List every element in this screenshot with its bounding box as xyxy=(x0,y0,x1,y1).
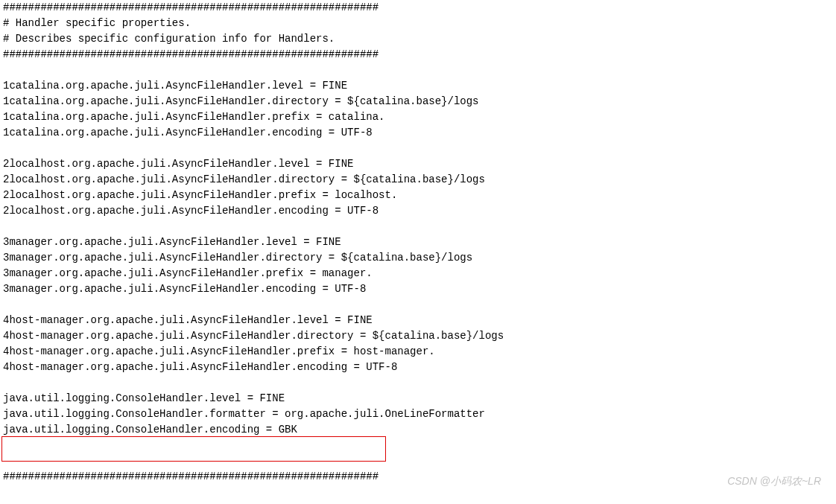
code-line: 1catalina.org.apache.juli.AsyncFileHandl… xyxy=(3,80,347,92)
code-line: 4host-manager.org.apache.juli.AsyncFileH… xyxy=(3,314,373,326)
code-line: 1catalina.org.apache.juli.AsyncFileHandl… xyxy=(3,111,384,123)
code-line: 2localhost.org.apache.juli.AsyncFileHand… xyxy=(3,205,379,217)
code-line: 4host-manager.org.apache.juli.AsyncFileH… xyxy=(3,345,435,357)
code-line: java.util.logging.ConsoleHandler.encodin… xyxy=(3,424,297,436)
code-line: 2localhost.org.apache.juli.AsyncFileHand… xyxy=(3,158,353,170)
code-line: 1catalina.org.apache.juli.AsyncFileHandl… xyxy=(3,95,479,107)
code-line: 2localhost.org.apache.juli.AsyncFileHand… xyxy=(3,173,485,185)
code-line: 4host-manager.org.apache.juli.AsyncFileH… xyxy=(3,330,504,342)
code-line: ########################################… xyxy=(3,1,379,13)
code-line: 3manager.org.apache.juli.AsyncFileHandle… xyxy=(3,236,341,248)
code-line: java.util.logging.ConsoleHandler.level =… xyxy=(3,392,285,404)
code-line: 2localhost.org.apache.juli.AsyncFileHand… xyxy=(3,189,397,201)
code-line: java.util.logging.ConsoleHandler.formatt… xyxy=(3,408,485,420)
code-line: ########################################… xyxy=(3,48,379,60)
code-line: # Describes specific configuration info … xyxy=(3,33,335,45)
config-file-content: ########################################… xyxy=(0,0,836,485)
code-line: 3manager.org.apache.juli.AsyncFileHandle… xyxy=(3,252,472,264)
code-line: 3manager.org.apache.juli.AsyncFileHandle… xyxy=(3,267,373,279)
watermark-text: CSDN @小码农~LR xyxy=(727,473,821,489)
code-line: ########################################… xyxy=(3,470,379,482)
code-line: # Handler specific properties. xyxy=(3,17,191,29)
code-line: 1catalina.org.apache.juli.AsyncFileHandl… xyxy=(3,127,373,138)
code-line: 4host-manager.org.apache.juli.AsyncFileH… xyxy=(3,361,397,373)
code-line: 3manager.org.apache.juli.AsyncFileHandle… xyxy=(3,283,366,295)
